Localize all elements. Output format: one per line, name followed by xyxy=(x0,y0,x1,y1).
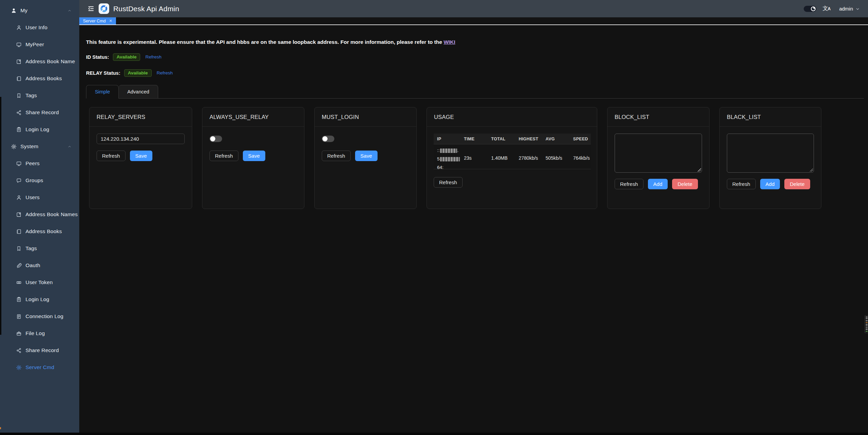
sidebar-item-file-log[interactable]: File Log xyxy=(0,325,79,342)
sidebar-label: MyPeer xyxy=(26,41,44,48)
refresh-button[interactable]: Refresh xyxy=(97,151,126,161)
sidebar-item-share-record[interactable]: Share Record xyxy=(0,342,79,359)
sidebar-item-share-record[interactable]: Share Record xyxy=(0,104,79,121)
block_list-textarea[interactable] xyxy=(615,134,702,173)
minimap-stripe xyxy=(866,329,868,330)
sidebar-item-peers[interactable]: Peers xyxy=(0,155,79,172)
card-title: BLACK_LIST xyxy=(727,114,761,120)
sidebar-label: Address Books xyxy=(26,75,62,82)
id-status-label: ID Status: xyxy=(86,54,109,60)
sidebar-item-user-info[interactable]: User Info xyxy=(0,19,79,36)
column-header: AVG xyxy=(542,137,570,141)
theme-toggle[interactable] xyxy=(804,6,816,12)
translate-icon[interactable]: 文A xyxy=(822,5,830,12)
black_list-textarea[interactable] xyxy=(727,134,814,173)
card-header: BLOCK_LIST xyxy=(607,107,709,127)
tab-simple[interactable]: Simple xyxy=(86,85,119,99)
settings-cards: RELAY_SERVERSRefreshSaveALWAYS_USE_RELAY… xyxy=(89,107,868,209)
tab-advanced[interactable]: Advanced xyxy=(119,85,158,99)
relay-servers-input[interactable] xyxy=(97,134,185,144)
sidebar-item-address-books[interactable]: Address Books xyxy=(0,70,79,87)
share-icon xyxy=(16,348,22,353)
refresh-button[interactable]: Refresh xyxy=(727,179,756,189)
sidebar-label: Tags xyxy=(26,92,37,99)
save-button[interactable]: Save xyxy=(355,151,378,161)
left-edge-strip xyxy=(0,97,1,335)
view-tabs: Simple Advanced xyxy=(86,85,864,99)
card-body: RefreshSave xyxy=(202,127,304,168)
topbar: RustDesk Api Admin 文A admin xyxy=(79,0,868,17)
card-buttons: RefreshSave xyxy=(97,151,185,161)
refresh-button[interactable]: Refresh xyxy=(322,151,351,161)
sidebar-label: Address Books xyxy=(26,228,62,234)
refresh-button[interactable]: Refresh xyxy=(615,179,644,189)
delete-button[interactable]: Delete xyxy=(784,179,810,189)
usage-table: IPTIMETOTALHIGHESTAVGSPEED::.564:23s1.40… xyxy=(434,134,591,169)
sidebar-item-groups[interactable]: Groups xyxy=(0,172,79,189)
save-button[interactable]: Save xyxy=(130,151,152,161)
bookmark-icon xyxy=(16,246,22,251)
close-icon[interactable]: ✕ xyxy=(109,19,112,23)
column-header: HIGHEST xyxy=(515,137,542,141)
sidebar-item-address-books[interactable]: Address Books xyxy=(0,223,79,240)
user-filled-icon xyxy=(11,8,17,14)
column-header: SPEED xyxy=(570,137,591,141)
sidebar-item-oauth[interactable]: Oauth xyxy=(0,257,79,274)
resize-grip-icon[interactable] xyxy=(809,168,813,172)
usage-table-row: ::.564:23s1.40MB2780kb/s505kb/s764kb/s xyxy=(434,144,591,169)
sidebar-label: Server Cmd xyxy=(26,364,54,370)
usage-value: 2780kb/s xyxy=(515,155,542,161)
card-title: MUST_LOGIN xyxy=(322,114,359,120)
card-header: USAGE xyxy=(427,107,597,127)
sidebar-item-connection-log[interactable]: Connection Log xyxy=(0,308,79,325)
book-icon xyxy=(16,59,22,65)
toggle-knob xyxy=(210,136,215,141)
sidebar-item-login-log[interactable]: Login Log xyxy=(0,121,79,138)
usage-value: 1.40MB xyxy=(488,155,515,161)
minimap-stripe xyxy=(866,317,868,317)
user-menu[interactable]: admin xyxy=(839,6,853,12)
sidebar-item-address-book-name[interactable]: Address Book Name xyxy=(0,53,79,70)
sidebar-label: Address Book Names xyxy=(26,211,78,218)
resize-grip-icon[interactable] xyxy=(698,168,701,172)
card-title: ALWAYS_USE_RELAY xyxy=(210,114,269,120)
ip-line: 5 xyxy=(437,155,461,163)
add-button[interactable]: Add xyxy=(760,179,780,189)
sidebar-item-tags[interactable]: Tags xyxy=(0,87,79,104)
sidebar-group-system[interactable]: System xyxy=(0,138,79,155)
menu-fold-icon[interactable] xyxy=(88,5,94,12)
sidebar-item-users[interactable]: Users xyxy=(0,189,79,206)
sidebar-item-mypeer[interactable]: MyPeer xyxy=(0,36,79,53)
doc-icon xyxy=(16,314,22,319)
id-status-refresh-link[interactable]: Refresh xyxy=(145,54,161,59)
chevron-down-icon[interactable] xyxy=(855,6,860,11)
sidebar-item-server-cmd[interactable]: Server Cmd xyxy=(0,359,79,376)
bottom-strip xyxy=(0,433,868,435)
sidebar-label: Address Book Name xyxy=(26,58,75,65)
minimap-stripe xyxy=(866,331,868,332)
tab-server-cmd[interactable]: Server Cmd ✕ xyxy=(79,17,116,24)
relay-status-refresh-link[interactable]: Refresh xyxy=(157,70,173,75)
ip-cell: ::.564: xyxy=(434,144,461,172)
refresh-button[interactable]: Refresh xyxy=(210,151,238,161)
refresh-button[interactable]: Refresh xyxy=(434,177,463,188)
minimap-stripe xyxy=(866,318,868,319)
sidebar-item-address-book-names[interactable]: Address Book Names xyxy=(0,206,79,223)
relay-status-label: RELAY Status: xyxy=(86,70,120,76)
scroll-minimap[interactable] xyxy=(865,315,868,333)
sidebar-group-my[interactable]: My xyxy=(0,2,79,19)
redacted-text xyxy=(440,149,457,153)
card-usage: USAGEIPTIMETOTALHIGHESTAVGSPEED::.564:23… xyxy=(427,107,597,209)
sidebar-item-login-log[interactable]: Login Log xyxy=(0,291,79,308)
theme-knob xyxy=(811,6,816,11)
sidebar-item-tags[interactable]: Tags xyxy=(0,240,79,257)
must_login-toggle[interactable] xyxy=(322,136,334,142)
delete-button[interactable]: Delete xyxy=(672,179,698,189)
save-button[interactable]: Save xyxy=(243,151,265,161)
add-button[interactable]: Add xyxy=(648,179,668,189)
always_use_relay-toggle[interactable] xyxy=(210,136,222,142)
sidebar-item-user-token[interactable]: User Token xyxy=(0,274,79,291)
wiki-link[interactable]: WIKI xyxy=(444,39,455,45)
user-icon xyxy=(16,25,22,31)
redacted-text xyxy=(440,157,460,161)
